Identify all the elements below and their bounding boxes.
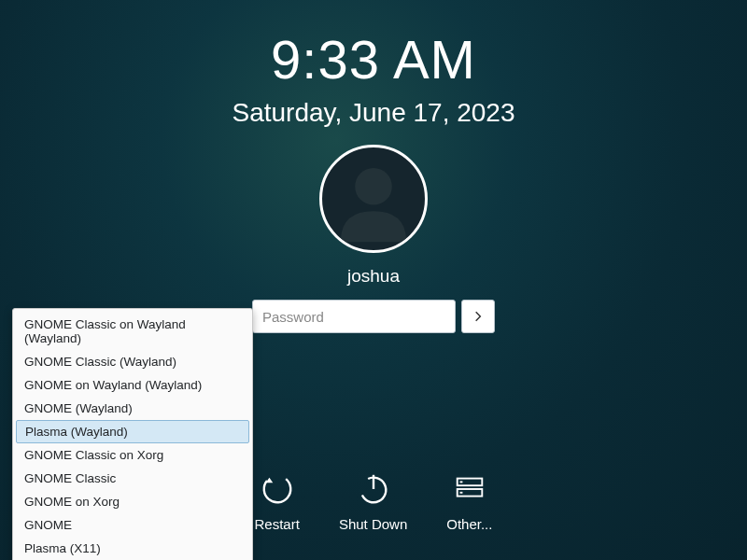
date-display: Saturday, June 17, 2023 bbox=[0, 98, 747, 128]
list-icon bbox=[452, 471, 487, 507]
session-item[interactable]: GNOME bbox=[13, 513, 252, 537]
shutdown-label: Shut Down bbox=[339, 516, 407, 532]
restart-button[interactable]: Restart bbox=[255, 471, 300, 532]
username-label: joshua bbox=[0, 266, 747, 287]
session-item[interactable]: Plasma (X11) bbox=[13, 537, 252, 560]
person-icon bbox=[322, 147, 425, 250]
power-icon bbox=[356, 471, 391, 507]
avatar-container bbox=[0, 145, 747, 253]
session-item[interactable]: GNOME on Wayland (Wayland) bbox=[13, 373, 252, 397]
user-avatar[interactable] bbox=[319, 145, 428, 253]
session-item[interactable]: Plasma (Wayland) bbox=[16, 420, 249, 443]
shutdown-button[interactable]: Shut Down bbox=[339, 471, 407, 532]
other-label: Other... bbox=[446, 516, 492, 532]
time-display: 9:33 AM bbox=[0, 28, 747, 91]
session-item[interactable]: GNOME Classic bbox=[13, 467, 252, 490]
session-menu[interactable]: GNOME Classic on Wayland (Wayland)GNOME … bbox=[12, 308, 253, 560]
chevron-right-icon bbox=[472, 310, 485, 323]
svg-point-0 bbox=[355, 168, 392, 205]
session-item[interactable]: GNOME on Xorg bbox=[13, 490, 252, 513]
restart-label: Restart bbox=[255, 516, 300, 532]
session-item[interactable]: GNOME Classic (Wayland) bbox=[13, 350, 252, 373]
session-item[interactable]: GNOME Classic on Wayland (Wayland) bbox=[13, 313, 252, 350]
session-item[interactable]: GNOME Classic on Xorg bbox=[13, 443, 252, 467]
login-button[interactable] bbox=[461, 300, 495, 333]
svg-point-1 bbox=[260, 471, 295, 507]
session-item[interactable]: GNOME (Wayland) bbox=[13, 397, 252, 420]
other-button[interactable]: Other... bbox=[446, 471, 492, 532]
clock-area: 9:33 AM Saturday, June 17, 2023 bbox=[0, 0, 747, 128]
password-input[interactable] bbox=[252, 300, 456, 333]
restart-icon bbox=[260, 471, 295, 507]
